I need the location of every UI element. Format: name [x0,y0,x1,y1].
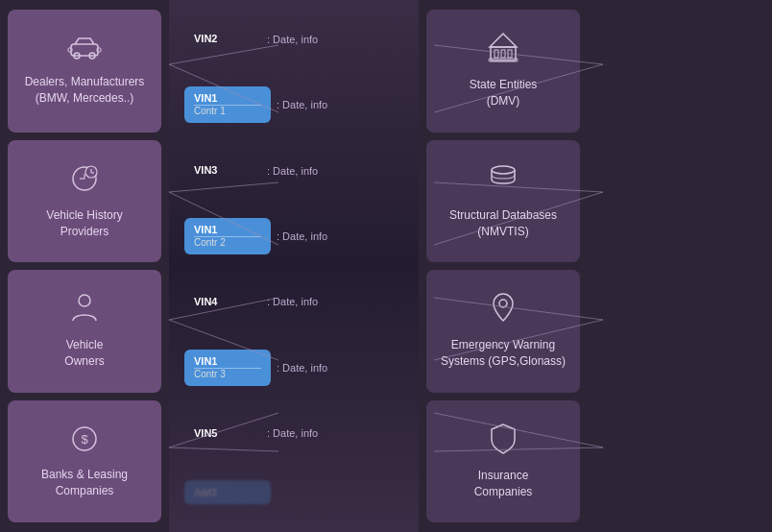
vin2-box: VIN2 [184,27,261,51]
left-box-vehicle-history: Vehicle HistoryProviders [8,140,161,263]
vin1c1-sub: Contr 1 [194,105,261,117]
vin2-title: VIN2 [194,33,217,45]
person-icon [69,292,100,331]
vin4-title: VIN4 [194,296,217,308]
center-item-vin1c2: VIN1 Contr 2 : Date, info [184,218,403,254]
svg-marker-31 [490,34,517,47]
vin1c1-date: : Date, info [277,99,327,110]
vin1c1-box: VIN1 Contr 1 [184,86,271,123]
left-box-banks: $ Banks & LeasingCompanies [8,400,161,523]
center-item-vin5: VIN5 : Date, info [184,422,403,446]
vehicle-owners-label: VehicleOwners [64,337,104,370]
structural-db-label: Structural Databases(NMVTIS) [449,207,557,240]
car-icon [67,35,102,68]
left-box-dealers: Dealers, Manufacturers (BMW, Mercedes..) [8,10,161,133]
vin1c2-date: : Date, info [277,230,327,242]
right-box-structural-db: Structural Databases(NMVTIS) [426,140,580,263]
banks-label: Banks & LeasingCompanies [41,467,128,499]
government-icon [487,32,519,71]
center-column: VIN2 : Date, info VIN1 Contr 1 : Date, i… [169,0,419,532]
vin4-box: VIN4 [184,290,261,314]
vin1c3-title: VIN1 [194,355,217,368]
vin1c3-date: : Date, info [277,362,327,374]
right-column: State Entities(DMV) Structural Databases… [419,0,588,532]
vin1c3-sub: Contr 3 [194,368,261,380]
svg-rect-35 [508,50,512,58]
main-layout: Dealers, Manufacturers (BMW, Mercedes..)… [0,0,772,532]
shield-icon [489,423,518,462]
vin1c1-title: VIN1 [194,92,217,105]
left-box-vehicle-owners: VehicleOwners [8,270,161,393]
svg-text:$: $ [81,432,88,447]
state-entities-label: State Entities(DMV) [470,77,538,109]
vin4-date: : Date, info [267,296,318,307]
center-item-vin1c3: VIN1 Contr 3 : Date, info [184,350,403,386]
insurance-label: InsuranceCompanies [474,468,533,500]
left-column: Dealers, Manufacturers (BMW, Mercedes..)… [0,0,169,532]
history-icon [68,162,101,202]
right-box-insurance: InsuranceCompanies [426,400,580,523]
svg-point-36 [492,166,515,174]
right-box-emergency: Emergency WarningSystems (GPS,Glonass) [426,270,580,393]
database-icon [488,162,519,202]
center-item-vin2: VIN2 : Date, info [184,27,403,51]
vin1c3-box: VIN1 Contr 3 [184,350,271,386]
vin1c2-sub: Contr 2 [194,236,261,249]
emergency-label: Emergency WarningSystems (GPS,Glonass) [441,337,566,370]
svg-point-37 [499,300,507,307]
bank-icon: $ [69,423,100,461]
center-item-vin4: VIN4 : Date, info [184,290,403,314]
svg-rect-33 [495,50,498,58]
dealers-label: Dealers, Manufacturers (BMW, Mercedes..) [15,74,154,107]
vin5-box: VIN5 [184,422,261,446]
vin1c2-box: VIN1 Contr 2 [184,218,271,254]
center-item-vin3: VIN3 : Date, info [184,158,403,182]
location-icon [490,292,517,331]
vin-reflection: VIN1 [184,480,403,504]
vin5-date: : Date, info [267,427,318,439]
vin1c2-title: VIN1 [194,224,217,236]
vin5-title: VIN5 [194,427,217,440]
svg-point-11 [79,295,90,306]
vin3-box: VIN3 [184,158,261,182]
vin2-date: : Date, info [267,34,318,45]
center-item-vin1c1: VIN1 Contr 1 : Date, info [184,86,403,123]
svg-rect-34 [501,50,505,58]
vin3-date: : Date, info [267,165,318,177]
vehicle-history-label: Vehicle HistoryProviders [46,207,122,240]
right-box-state-entities: State Entities(DMV) [426,10,580,133]
vin3-title: VIN3 [194,164,217,177]
